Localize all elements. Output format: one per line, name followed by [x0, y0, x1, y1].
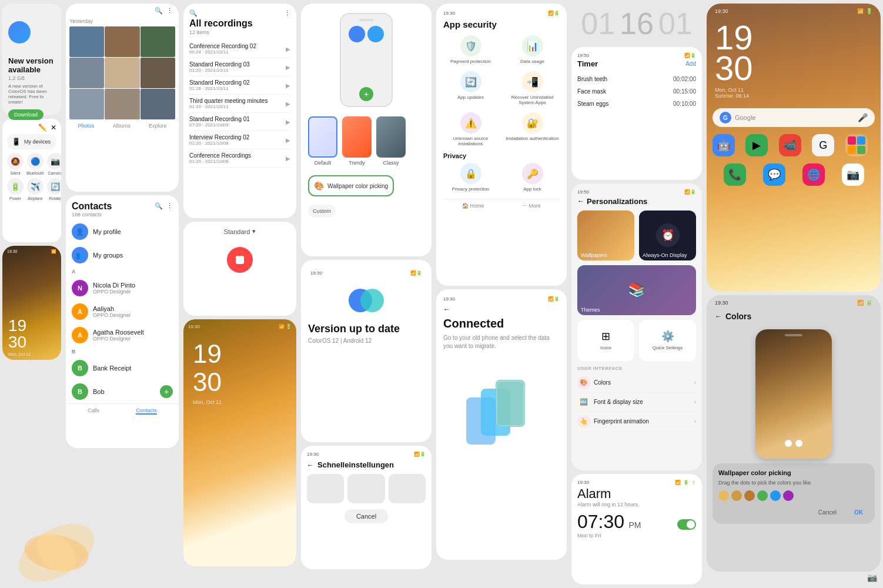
timer-brush[interactable]: Brush teeth 00:02:00 [577, 73, 696, 85]
color-picker-dot-2[interactable] [795, 440, 802, 447]
photos-more-icon[interactable]: ⋮ [166, 7, 173, 15]
play-icon-1[interactable]: ▶ [286, 46, 290, 52]
swatch-3[interactable] [744, 490, 755, 501]
recording-6[interactable]: Interview Recording 02 01:20 · 2021/10/0… [189, 131, 290, 149]
quick-settings-pers-item[interactable]: ⚙️ Quick Settings [639, 320, 696, 361]
google-mic-icon[interactable]: 🎤 [858, 113, 868, 122]
swatch-5[interactable] [770, 490, 781, 501]
my-groups-item[interactable]: 👥 My groups [66, 243, 179, 267]
schnell-tile-3[interactable] [389, 474, 426, 503]
agatha-item[interactable]: A Agatha Roosevelt OPPO Designer [66, 323, 179, 347]
connected-back-icon[interactable]: ← [443, 305, 450, 313]
recording-5[interactable]: Standard Recording 01 07:20 · 2021/10/09… [189, 113, 290, 131]
recording-4[interactable]: Third quarter meeting minutes 01:20 · 20… [189, 95, 290, 113]
swatch-4[interactable] [757, 490, 768, 501]
bluetooth-tile[interactable]: 🔵 Bluetooth [26, 153, 44, 175]
bob-item[interactable]: B Bob + [66, 380, 179, 403]
app-updates-item[interactable]: 🔄 App updates [443, 71, 498, 105]
silent-mode-tile[interactable]: 🔕 Silent [7, 153, 24, 175]
contacts-search-icon[interactable]: 🔍 [155, 202, 163, 210]
add-wallpaper-icon[interactable]: + [359, 87, 373, 101]
custom-option[interactable]: Custom [308, 205, 336, 218]
nicola-item[interactable]: N Nicola Di Pinto OPPO Designer [66, 276, 179, 300]
swatch-1[interactable] [718, 490, 729, 501]
messages-dock-icon[interactable]: 💬 [763, 163, 785, 186]
trendy-option[interactable]: Trendy [342, 116, 372, 166]
contacts-more-icon[interactable]: ⋮ [166, 202, 173, 210]
payment-protection-item[interactable]: 🛡️ Payment protection [443, 35, 498, 64]
installation-auth-item[interactable]: 🔐 Installation authentication [505, 112, 560, 146]
schnell-tile-1[interactable] [307, 474, 344, 503]
recording-3[interactable]: Standard Recording 02 01:26 · 2021/10/11… [189, 76, 290, 95]
photos-search-icon[interactable]: 🔍 [155, 7, 163, 15]
app-google[interactable]: G [812, 134, 834, 156]
wallpapers-pers-item[interactable]: Wallpapers [577, 211, 634, 260]
schnell-back-icon[interactable]: ← [307, 461, 314, 469]
classy-option[interactable]: Classy [376, 116, 406, 166]
swatch-2[interactable] [731, 490, 742, 501]
pers-back-icon[interactable]: ← [577, 197, 584, 205]
font-ui-row[interactable]: 🔤 Font & display size › [577, 393, 696, 412]
recorder-dropdown-icon[interactable]: ▾ [252, 228, 256, 235]
play-icon-2[interactable]: ▶ [286, 64, 290, 71]
rotate-tile[interactable]: 🔄 Rotate [47, 178, 61, 201]
recording-1[interactable]: Conference Recording 02 00:24 · 2021/10/… [189, 40, 290, 58]
app-folder[interactable] [845, 134, 868, 156]
airplane-tile[interactable]: ✈️ Airplane [26, 178, 44, 201]
aod-pers-item[interactable]: ⏰ Always-On Display [639, 211, 696, 260]
albums-tab[interactable]: Albums [113, 123, 131, 129]
close-qs-icon[interactable]: ✕ [51, 123, 56, 132]
rec-search-icon[interactable]: 🔍 [189, 9, 198, 17]
record-button[interactable] [227, 247, 253, 273]
photos-tab[interactable]: Photos [78, 123, 95, 129]
unknown-source-item[interactable]: ⚠️ Unknown source installations [443, 112, 498, 146]
play-icon-7[interactable]: ▶ [286, 155, 290, 162]
colors-ui-row[interactable]: 🎨 Colors › [577, 373, 696, 393]
app-lock-item[interactable]: 🔑 App lock [505, 163, 560, 192]
colors-ok-button[interactable]: OK [848, 507, 869, 518]
alarm-toggle[interactable] [677, 519, 696, 530]
schnell-tile-2[interactable] [347, 474, 384, 503]
timer-steam[interactable]: Steam eggs 00:10:00 [577, 98, 696, 110]
recover-apps-item[interactable]: 📲 Recover Uninstalled System Apps [505, 71, 560, 105]
power-saving-tile[interactable]: 🔋 Power [7, 178, 24, 201]
icons-pers-item[interactable]: ⊞ Icons [577, 320, 634, 361]
schnell-cancel-button[interactable]: Cancel [344, 509, 388, 523]
home-nav-item[interactable]: 🏠 Home [462, 203, 484, 209]
colors-back-icon[interactable]: ← [715, 312, 722, 320]
timer-face[interactable]: Face mask 00:15:00 [577, 85, 696, 98]
alarm-more-icon[interactable]: ⋮ [691, 480, 696, 485]
edit-icon[interactable]: ✏️ [38, 123, 47, 132]
fingerprint-ui-row[interactable]: 👆 Fingerprint animation › [577, 412, 696, 432]
add-contact-button[interactable]: + [160, 385, 173, 398]
themes-pers-item[interactable]: 📚 Themes [577, 265, 696, 315]
my-profile-item[interactable]: 👤 My profile [66, 220, 179, 243]
chrome-dock-icon[interactable]: 🌐 [802, 163, 825, 186]
default-option[interactable]: Default [308, 116, 337, 166]
my-devices-label[interactable]: My devices [24, 139, 51, 145]
google-search-bar[interactable]: G Google 🎤 [713, 108, 875, 127]
calls-tab[interactable]: Calls [88, 407, 99, 415]
camera-tile[interactable]: 📷 Camera [47, 153, 61, 175]
download-button[interactable]: Download [8, 109, 44, 120]
play-icon-6[interactable]: ▶ [286, 137, 290, 143]
data-usage-item[interactable]: 📊 Data usage [505, 35, 560, 64]
camera-dock-icon[interactable]: 📷 [842, 163, 864, 186]
play-icon-4[interactable]: ▶ [286, 101, 290, 107]
privacy-protection-item[interactable]: 🔒 Privacy protection [443, 163, 498, 192]
explore-tab[interactable]: Explore [149, 123, 167, 129]
bank-item[interactable]: B Bank Receipt [66, 356, 179, 380]
color-picker-dot-1[interactable] [785, 440, 792, 447]
swatch-6[interactable] [783, 490, 794, 501]
app-playstore[interactable]: ▶ [745, 134, 768, 156]
play-icon-5[interactable]: ▶ [286, 119, 290, 125]
recording-7[interactable]: Conference Recordings 01:20 · 2021/10/08… [189, 149, 290, 168]
app-duo[interactable]: 📹 [779, 134, 801, 156]
recording-2[interactable]: Standard Recording 03 01:20 · 2021/10/11… [189, 58, 290, 76]
wallpaper-color-picking-option[interactable]: 🎨 Wallpaper color picking [308, 175, 394, 196]
app-assistant[interactable]: 🤖 [713, 134, 735, 156]
play-icon-3[interactable]: ▶ [286, 82, 290, 89]
colors-cancel-button[interactable]: Cancel [812, 507, 842, 518]
phone-dock-icon[interactable]: 📞 [724, 163, 746, 186]
aaliyah-item[interactable]: A Aaliyah OPPO Designer [66, 300, 179, 323]
